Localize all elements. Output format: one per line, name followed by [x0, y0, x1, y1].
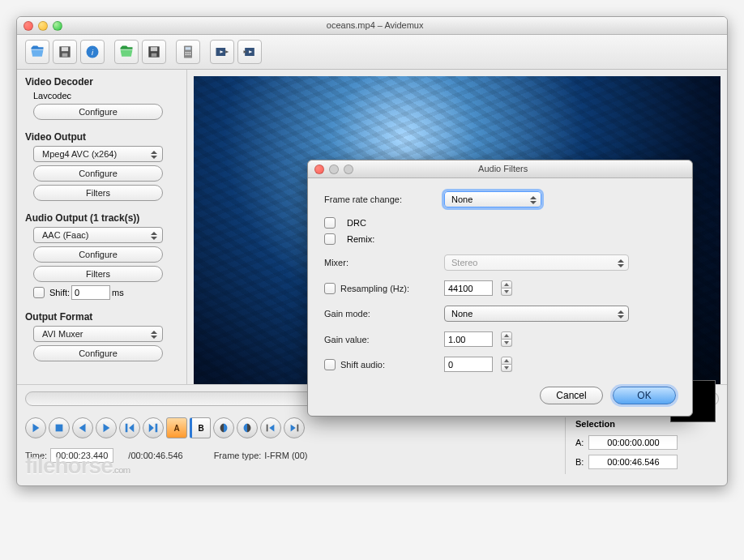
- svg-rect-14: [186, 47, 191, 49]
- resampling-label: Resampling (Hz):: [340, 284, 409, 293]
- main-window: oceans.mp4 – Avidemux i Video Decoder La…: [16, 16, 728, 486]
- play-filtered-button[interactable]: [210, 40, 234, 64]
- remix-label: Remix:: [347, 234, 374, 244]
- window-title: oceans.mp4 – Avidemux: [17, 19, 727, 32]
- audio-output-filters-button[interactable]: Filters: [33, 266, 163, 282]
- last-frame-button[interactable]: [284, 417, 305, 438]
- video-output-title: Video Output: [25, 131, 178, 143]
- svg-rect-25: [297, 425, 299, 432]
- video-output-filters-button[interactable]: Filters: [33, 185, 163, 201]
- svg-point-15: [186, 52, 187, 53]
- output-format-title: Output Format: [25, 311, 178, 323]
- shift-label: Shift:: [49, 288, 70, 297]
- prev-cut-button[interactable]: [213, 417, 234, 438]
- mixer-label: Mixer:: [324, 258, 438, 267]
- gain-value-stepper[interactable]: [501, 331, 512, 347]
- shift-audio-input[interactable]: [444, 357, 493, 372]
- time-total: /00:00:46.546: [128, 451, 182, 460]
- time-row: Time: 00:00:23.440 /00:00:46.546 Frame t…: [25, 448, 554, 463]
- open-project-button[interactable]: [114, 40, 139, 64]
- shift-audio-checkbox[interactable]: [324, 359, 336, 370]
- ok-button[interactable]: OK: [613, 387, 676, 404]
- svg-point-19: [187, 54, 189, 56]
- svg-point-16: [187, 52, 189, 53]
- resampling-input[interactable]: [444, 280, 493, 296]
- video-output-select[interactable]: Mpeg4 AVC (x264): [33, 146, 163, 162]
- dialog-title: Audio Filters: [308, 163, 692, 175]
- zoom-icon[interactable]: [53, 21, 62, 31]
- video-decoder-codec: Lavcodec: [33, 91, 178, 100]
- selection-b-label: B:: [575, 457, 584, 467]
- frame-rate-label: Frame rate change:: [324, 195, 438, 204]
- output-format-select[interactable]: AVI Muxer: [33, 326, 163, 342]
- minimize-icon[interactable]: [38, 21, 48, 31]
- save-button[interactable]: [53, 40, 77, 64]
- drc-label: DRC: [347, 218, 366, 228]
- svg-rect-7: [62, 53, 68, 57]
- shift-audio-label: Shift audio:: [340, 360, 385, 370]
- sidebar: Video Decoder Lavcodec Configure Video O…: [17, 70, 187, 384]
- frame-type-label: Frame type:: [214, 451, 262, 460]
- shift-audio-stepper[interactable]: [501, 357, 512, 372]
- svg-point-17: [190, 52, 191, 53]
- audio-output-configure-button[interactable]: Configure: [33, 246, 163, 263]
- frame-rate-select[interactable]: None: [444, 191, 541, 207]
- frame-type-value: I-FRM (00): [264, 451, 307, 460]
- info-button[interactable]: i: [80, 40, 105, 64]
- dialog-titlebar: Audio Filters: [308, 160, 692, 178]
- svg-point-20: [190, 54, 191, 56]
- selection-panel: Selection A:00:00:00.000 B:00:00:46.546: [565, 417, 719, 474]
- resampling-stepper[interactable]: [501, 280, 512, 296]
- open-button[interactable]: [25, 40, 49, 64]
- toolbar: i: [17, 35, 727, 70]
- time-label: Time:: [25, 451, 47, 460]
- svg-rect-6: [62, 47, 68, 51]
- video-decoder-configure-button[interactable]: Configure: [33, 104, 163, 120]
- next-cut-button[interactable]: [237, 417, 258, 438]
- first-frame-button[interactable]: [260, 417, 281, 438]
- dialog-minimize-icon: [329, 165, 339, 174]
- calculator-button[interactable]: [176, 40, 200, 64]
- svg-rect-12: [152, 53, 157, 57]
- shift-input[interactable]: [71, 285, 110, 300]
- gain-value-input[interactable]: [444, 331, 493, 347]
- audio-filters-dialog: Audio Filters Frame rate change: None DR…: [307, 160, 693, 417]
- gain-mode-label: Gain mode:: [324, 309, 438, 318]
- mixer-select: Stereo: [444, 254, 629, 271]
- audio-output-title: Audio Output (1 track(s)): [25, 212, 178, 224]
- main-titlebar: oceans.mp4 – Avidemux: [17, 17, 727, 35]
- save-project-button[interactable]: [142, 40, 166, 64]
- video-decoder-title: Video Decoder: [25, 76, 178, 88]
- set-marker-b-button[interactable]: B: [190, 417, 211, 438]
- drc-checkbox[interactable]: [324, 217, 336, 229]
- cancel-button[interactable]: Cancel: [540, 387, 603, 404]
- time-current[interactable]: 00:00:23.440: [50, 448, 113, 463]
- selection-b-value[interactable]: 00:00:46.546: [588, 455, 678, 469]
- stop-button[interactable]: [49, 417, 70, 438]
- output-format-configure-button[interactable]: Configure: [33, 345, 163, 361]
- shift-checkbox[interactable]: [33, 287, 45, 298]
- selection-a-value[interactable]: 00:00:00.000: [588, 435, 678, 450]
- prev-keyframe-button[interactable]: [119, 417, 140, 438]
- remix-checkbox[interactable]: [324, 233, 336, 245]
- play-output-button[interactable]: [237, 40, 262, 64]
- dialog-zoom-icon: [344, 165, 353, 174]
- resampling-checkbox[interactable]: [324, 283, 336, 294]
- svg-rect-23: [56, 425, 63, 432]
- play-button[interactable]: [25, 417, 46, 438]
- audio-output-select[interactable]: AAC (Faac): [33, 227, 163, 243]
- gain-value-label: Gain value:: [324, 335, 438, 344]
- gain-mode-select[interactable]: None: [444, 306, 629, 322]
- dialog-close-icon[interactable]: [314, 165, 324, 174]
- next-frame-button[interactable]: [96, 417, 117, 438]
- shift-unit: ms: [112, 288, 124, 297]
- selection-a-label: A:: [575, 438, 584, 447]
- set-marker-a-button[interactable]: A: [166, 417, 187, 438]
- video-output-configure-button[interactable]: Configure: [33, 165, 163, 182]
- close-icon[interactable]: [24, 21, 33, 31]
- prev-frame-button[interactable]: [72, 417, 93, 438]
- transport: A B: [25, 417, 554, 438]
- svg-rect-24: [267, 425, 268, 432]
- next-keyframe-button[interactable]: [143, 417, 164, 438]
- svg-rect-11: [151, 47, 157, 51]
